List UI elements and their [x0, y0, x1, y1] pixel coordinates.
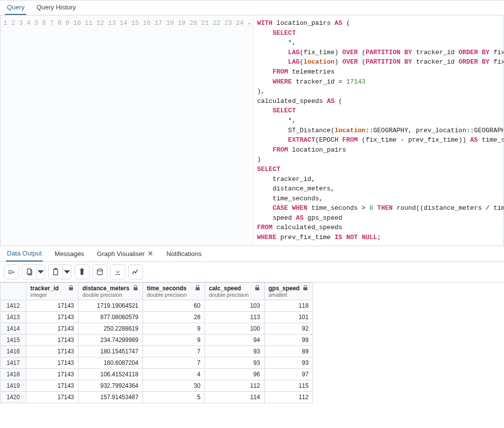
cell[interactable]: 9	[143, 334, 205, 345]
cell[interactable]: 96	[205, 368, 264, 380]
paste-button[interactable]	[49, 265, 63, 279]
cell[interactable]: 877.08060579	[78, 311, 143, 323]
svg-point-0	[97, 269, 102, 271]
row-number[interactable]: 1418	[0, 368, 26, 380]
row-number[interactable]: 1416	[0, 345, 26, 357]
column-type: double precision	[82, 292, 130, 298]
row-number[interactable]: 1419	[0, 380, 26, 391]
cell[interactable]: 5	[143, 391, 205, 403]
tab-query-history[interactable]: Query History	[34, 0, 77, 15]
row-number[interactable]: 1420	[0, 391, 26, 403]
cell[interactable]: 60	[143, 300, 205, 311]
paste-dropdown[interactable]	[63, 265, 71, 279]
cell[interactable]: 7	[143, 357, 205, 368]
cell[interactable]: 114	[205, 391, 264, 403]
column-header-tracker_id[interactable]: tracker_idinteger	[26, 282, 78, 300]
cell[interactable]: 17143	[26, 357, 78, 368]
cell[interactable]: 234.74299989	[78, 334, 143, 345]
cell[interactable]: 180.15451747	[78, 345, 143, 357]
cell[interactable]: 28	[143, 311, 205, 323]
cell[interactable]: 112	[264, 391, 313, 403]
cell[interactable]: 113	[205, 311, 264, 323]
column-header-calc_speed[interactable]: calc_speeddouble precision	[205, 282, 264, 300]
database-save-icon	[96, 268, 104, 276]
row-number[interactable]: 1417	[0, 357, 26, 368]
cell[interactable]: 4	[143, 368, 205, 380]
graph-button[interactable]	[129, 265, 143, 279]
cell[interactable]: 99	[264, 334, 313, 345]
cell[interactable]: 932.79924364	[78, 380, 143, 391]
table-row[interactable]: 141617143180.1545174779389	[0, 345, 313, 357]
table-row[interactable]: 141417143250.2288619910092	[0, 323, 313, 334]
row-number[interactable]: 1414	[0, 323, 26, 334]
copy-button[interactable]	[22, 265, 36, 279]
cell[interactable]: 250.2288619	[78, 323, 143, 334]
column-header-distance_meters[interactable]: distance_metersdouble precision	[78, 282, 143, 300]
cell[interactable]: 93	[205, 345, 264, 357]
column-header-gps_speed[interactable]: gps_speedsmallint	[264, 282, 313, 300]
table-row[interactable]: 142017143157.914534875114112	[0, 391, 313, 403]
cell[interactable]: 180.6087204	[78, 357, 143, 368]
results-tabs: Data Output Messages Graph Visualiser ✕ …	[0, 246, 504, 262]
copy-dropdown[interactable]	[37, 265, 45, 279]
cell[interactable]: 17143	[26, 368, 78, 380]
tab-query[interactable]: Query	[5, 0, 26, 15]
table-row[interactable]: 1412171431719.1906452160103118	[0, 300, 313, 311]
cell[interactable]: 100	[205, 323, 264, 334]
cell[interactable]: 9	[143, 323, 205, 334]
cell[interactable]: 92	[264, 323, 313, 334]
column-header-time_seconds[interactable]: time_secondsdouble precision	[143, 282, 205, 300]
tab-notifications[interactable]: Notifications	[165, 247, 203, 261]
cell[interactable]: 30	[143, 380, 205, 391]
cell[interactable]: 157.91453487	[78, 391, 143, 403]
download-button[interactable]	[111, 265, 125, 279]
cell[interactable]: 17143	[26, 323, 78, 334]
cell[interactable]: 89	[264, 345, 313, 357]
cell[interactable]: 93	[264, 357, 313, 368]
table-row[interactable]: 141817143106.4152411849697	[0, 368, 313, 380]
cell[interactable]: 112	[205, 380, 264, 391]
row-number[interactable]: 1413	[0, 311, 26, 323]
fold-chevron-icon[interactable]: ⌄	[247, 20, 251, 25]
tab-label: Graph Visualiser	[97, 250, 144, 257]
cell[interactable]: 7	[143, 345, 205, 357]
cell[interactable]: 17143	[26, 300, 78, 311]
lock-icon	[68, 285, 74, 292]
cell[interactable]: 101	[264, 311, 313, 323]
results-table[interactable]: tracker_idintegerdistance_metersdouble p…	[0, 282, 313, 403]
cell[interactable]: 17143	[26, 380, 78, 391]
tab-graph-visualiser[interactable]: Graph Visualiser ✕	[96, 246, 154, 261]
cell[interactable]: 94	[205, 334, 264, 345]
cell[interactable]: 106.41524118	[78, 368, 143, 380]
cell[interactable]: 115	[264, 380, 313, 391]
column-name: calc_speed	[209, 285, 241, 292]
cell[interactable]: 17143	[26, 334, 78, 345]
table-row[interactable]: 141717143180.608720479393	[0, 357, 313, 368]
cell[interactable]: 1719.19064521	[78, 300, 143, 311]
tab-data-output[interactable]: Data Output	[6, 246, 43, 261]
column-name: gps_speed	[269, 285, 300, 292]
save-data-button[interactable]	[93, 265, 107, 279]
row-number[interactable]: 1412	[0, 300, 26, 311]
cell[interactable]: 118	[264, 300, 313, 311]
editor-content[interactable]: WITH location_pairs AS ( SELECT *, LAG(f…	[254, 15, 504, 246]
table-row[interactable]: 141317143877.0806057928113101	[0, 311, 313, 323]
cell[interactable]: 17143	[26, 391, 78, 403]
corner-cell[interactable]	[0, 282, 26, 300]
column-name: tracker_id	[30, 285, 59, 292]
download-icon	[114, 268, 122, 276]
sql-editor[interactable]: 1 2 3 4 5 6 7 8 9 10 11 12 13 14 15 16 1…	[0, 15, 504, 246]
column-name: distance_meters	[82, 285, 130, 292]
cell[interactable]: 17143	[26, 345, 78, 357]
close-icon[interactable]: ✕	[147, 250, 153, 257]
table-row[interactable]: 141917143932.7992436430112115	[0, 380, 313, 391]
cell[interactable]: 103	[205, 300, 264, 311]
tab-messages[interactable]: Messages	[54, 247, 85, 261]
cell[interactable]: 93	[205, 357, 264, 368]
table-row[interactable]: 141517143234.7429998999499	[0, 334, 313, 345]
add-row-button[interactable]	[4, 265, 18, 279]
cell[interactable]: 17143	[26, 311, 78, 323]
delete-button[interactable]	[75, 265, 89, 279]
cell[interactable]: 97	[264, 368, 313, 380]
row-number[interactable]: 1415	[0, 334, 26, 345]
